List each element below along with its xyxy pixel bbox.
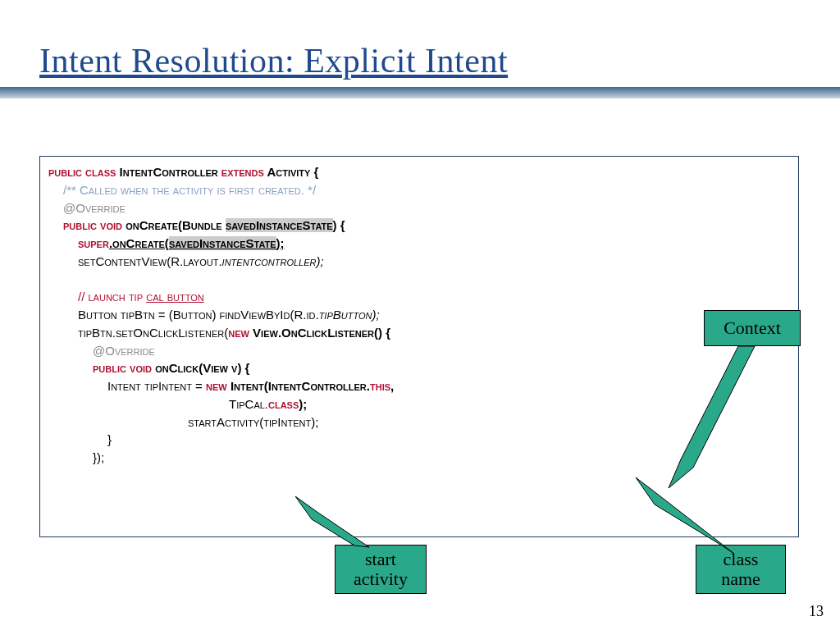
code-comment: cal button (146, 290, 204, 304)
slide-title: Intent Resolution: Explicit Intent (0, 0, 840, 87)
arrow-icon (295, 496, 386, 554)
callout-context: Context (704, 310, 801, 346)
arrow-icon (656, 345, 788, 492)
code-text: onClick(View v) { (152, 361, 249, 375)
code-text: ); (317, 254, 324, 268)
code-italic: tipButton (319, 308, 372, 322)
code-kw: public void (63, 218, 122, 232)
code-kw: extends (221, 165, 264, 179)
code-text: ); (276, 236, 285, 250)
code-comment: /** Called when the activity is first cr… (63, 183, 316, 197)
code-kw: public void (93, 361, 152, 375)
code-text: } (107, 432, 112, 446)
svg-marker-1 (636, 477, 734, 554)
code-text: startActivity(tipIntent); (188, 415, 318, 429)
code-highlight: savedInstanceState (226, 218, 333, 232)
code-text: onCreate(Bundle (122, 218, 226, 232)
page-number: 13 (809, 603, 824, 620)
code-text: , (390, 379, 394, 393)
code-italic: intentcontroller (222, 254, 317, 268)
code-text: ); (372, 308, 379, 322)
code-text: TipCal. (229, 397, 268, 411)
code-text: tipBtn.setOnClickListener( (78, 326, 228, 340)
svg-marker-2 (295, 496, 369, 547)
code-text: Intent tipIntent = (107, 379, 206, 393)
code-text: Intent(IntentController. (227, 379, 370, 393)
code-highlight: savedInstanceState (169, 236, 276, 250)
code-text: ); (299, 397, 307, 411)
code-annotation: @Override (93, 344, 155, 358)
code-text: IntentController (116, 165, 221, 179)
code-text: View.OnClickListener() { (249, 326, 390, 340)
code-text: }); (93, 450, 104, 464)
svg-marker-0 (669, 346, 755, 488)
code-kw: public class (48, 165, 116, 179)
code-annotation: @Override (63, 201, 126, 215)
code-kw: this (370, 379, 390, 393)
code-kw: class (268, 397, 299, 411)
code-kw: super (78, 236, 109, 250)
code-text: ) { (333, 218, 345, 232)
code-comment: // launch tip (78, 290, 146, 304)
code-text: Activity { (264, 165, 319, 179)
code-kw: new (206, 379, 227, 393)
divider-bar (0, 87, 840, 98)
code-text: Button tipBtn = (Button) findViewById(R.… (78, 308, 319, 322)
code-text: .onCreate( (109, 236, 169, 250)
arrow-icon (632, 476, 755, 558)
code-kw: new (228, 326, 249, 340)
code-text: setContentView(R.layout. (78, 254, 222, 268)
